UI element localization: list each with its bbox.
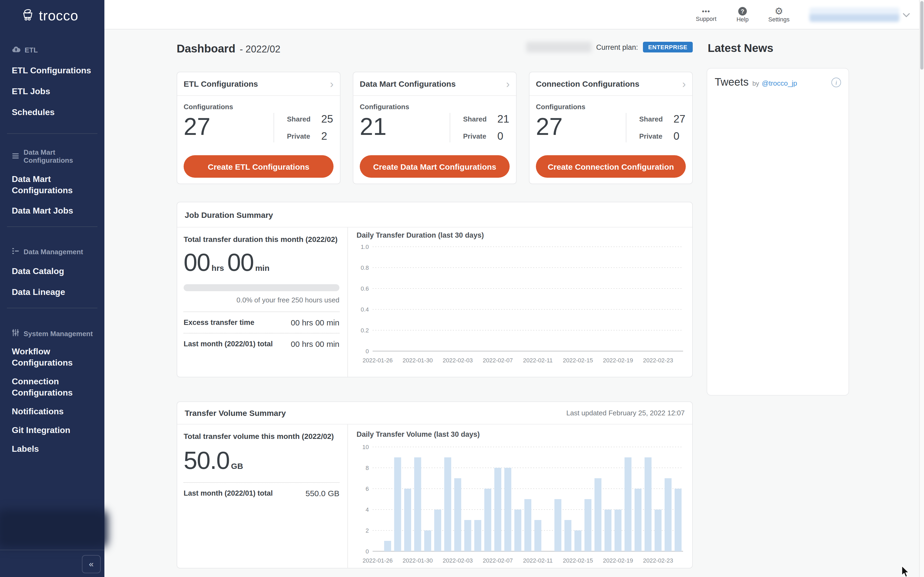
page-subtitle: - 2022/02 — [240, 44, 280, 55]
shared-value: 27 — [674, 113, 685, 125]
by-label: by — [752, 80, 759, 87]
svg-text:2022-02-07: 2022-02-07 — [483, 357, 513, 364]
svg-text:2022-02-11: 2022-02-11 — [523, 557, 553, 564]
sidebar-blurred-account — [0, 509, 108, 548]
svg-text:2022-01-26: 2022-01-26 — [363, 557, 393, 564]
sidebar-section-etl: ETL ETL Configurations ETL Jobs Schedule… — [0, 46, 105, 118]
shared-label: Shared — [639, 115, 665, 123]
chevron-right-icon[interactable]: › — [330, 78, 334, 89]
topbar: ••• Support ? Help ⚙ Settings — [105, 0, 924, 29]
create-connection-configuration-button[interactable]: Create Connection Configuration — [536, 155, 686, 178]
chevron-right-icon[interactable]: › — [682, 78, 686, 89]
current-plan-label: Current plan: — [596, 43, 638, 51]
job-duration-stats: Total transfer duration this month (2022… — [177, 227, 347, 377]
settings-button[interactable]: ⚙ Settings — [767, 7, 791, 22]
shared-value: 21 — [497, 113, 510, 125]
svg-text:0.8: 0.8 — [361, 264, 369, 271]
job-duration-body: Total transfer duration this month (2022… — [177, 227, 692, 377]
create-etl-configurations-button[interactable]: Create ETL Configurations — [184, 155, 334, 178]
gear-icon: ⚙ — [775, 7, 783, 15]
cloud-upload-icon — [12, 46, 20, 54]
support-button[interactable]: ••• Support — [694, 7, 718, 22]
svg-text:8: 8 — [366, 464, 369, 471]
help-label: Help — [736, 16, 748, 22]
sidebar-item-workflow-configurations[interactable]: Workflow Configurations — [0, 347, 105, 369]
page-header: Dashboard - 2022/02 Current plan: ENTERP… — [177, 42, 693, 58]
user-account-menu[interactable] — [810, 7, 910, 22]
sidebar-item-git-integration[interactable]: Git Integration — [0, 425, 105, 437]
svg-text:10: 10 — [363, 444, 369, 450]
data-mart-card-title: Data Mart Configurations — [360, 79, 456, 88]
duration-minutes: 00 — [227, 248, 253, 277]
excess-transfer-time-row: Excess transfer time 00 hrs 00 min — [184, 311, 339, 333]
svg-text:4: 4 — [366, 506, 369, 513]
sidebar-item-data-mart-jobs[interactable]: Data Mart Jobs — [0, 206, 105, 217]
page-title: Dashboard — [177, 42, 235, 55]
sliders-icon — [12, 329, 19, 338]
private-value: 0 — [674, 130, 679, 142]
trocco-cart-icon — [21, 8, 35, 24]
sidebar-item-data-mart-configurations[interactable]: Data Mart Configurations — [0, 174, 105, 197]
etl-card-header[interactable]: ETL Configurations › — [177, 72, 340, 96]
total-volume-value: 50.0 GB — [184, 446, 339, 475]
sidebar-section-label-system-management: System Management — [0, 329, 105, 338]
sidebar-section-label-data-mart: Data Mart Configurations — [0, 148, 105, 164]
list-icon — [12, 153, 19, 161]
etl-configurations-card: ETL Configurations › Configurations 27 S… — [177, 72, 340, 184]
svg-text:0: 0 — [366, 348, 369, 355]
trocco-jp-link[interactable]: @trocco_jp — [762, 79, 797, 87]
row-label: Last month (2022/01) total — [184, 489, 273, 497]
row-label: Excess transfer time — [184, 319, 254, 327]
logo[interactable]: trocco — [0, 0, 105, 24]
transfer-volume-stats: Total transfer volume this month (2022/0… — [177, 424, 347, 568]
connection-card-header[interactable]: Connection Configurations › — [529, 72, 692, 96]
duration-minutes-unit: min — [255, 263, 269, 272]
help-button[interactable]: ? Help — [730, 7, 755, 22]
transfer-volume-rows: Last month (2022/01) total 550.0 GB — [184, 482, 339, 504]
page-scrollbar — [919, 0, 924, 577]
svg-text:0.6: 0.6 — [361, 285, 369, 292]
data-mart-configurations-count: 21 — [360, 113, 450, 142]
sidebar-item-data-lineage[interactable]: Data Lineage — [0, 287, 105, 298]
duration-chart-title: Daily Transfer Duration (last 30 days) — [356, 231, 692, 240]
svg-text:0.4: 0.4 — [361, 306, 369, 313]
transfer-volume-body: Total transfer volume this month (2022/0… — [177, 424, 692, 568]
data-mart-shared-private: Shared21 Private0 — [450, 113, 510, 142]
data-mart-card-body: Configurations 21 Shared21 Private0 Crea… — [353, 96, 516, 184]
latest-news-title: Latest News — [708, 42, 849, 55]
scrollbar-thumb[interactable] — [920, 1, 924, 69]
last-month-duration-row: Last month (2022/01) total 00 hrs 00 min — [184, 333, 339, 355]
sidebar-item-etl-configurations[interactable]: ETL Configurations — [0, 65, 105, 77]
sidebar-collapse-button[interactable]: « — [82, 555, 101, 573]
etl-card-title: ETL Configurations — [184, 79, 258, 88]
mouse-cursor — [901, 565, 911, 577]
sidebar-item-schedules[interactable]: Schedules — [0, 107, 105, 118]
svg-text:2022-01-30: 2022-01-30 — [403, 557, 433, 564]
sidebar-item-notifications[interactable]: Notifications — [0, 406, 105, 417]
chevron-right-icon[interactable]: › — [506, 78, 510, 89]
data-tree-icon — [12, 248, 19, 256]
sidebar-item-data-catalog[interactable]: Data Catalog — [0, 266, 105, 277]
transfer-volume-summary-card: Transfer Volume Summary Last updated Feb… — [177, 401, 693, 569]
sidebar-divider — [7, 226, 97, 227]
total-duration-label: Total transfer duration this month (2022… — [184, 235, 339, 243]
etl-card-body: Configurations 27 Shared25 Private2 Crea… — [177, 96, 340, 184]
create-data-mart-configurations-button[interactable]: Create Data Mart Configurations — [360, 155, 510, 178]
sidebar-section-data-management: Data Management Data Catalog Data Lineag… — [0, 248, 105, 298]
sidebar-item-labels[interactable]: Labels — [0, 444, 105, 455]
data-mart-card-header[interactable]: Data Mart Configurations › — [353, 72, 516, 96]
etl-count-row: 27 Shared25 Private2 — [184, 113, 334, 142]
sidebar-item-etl-jobs[interactable]: ETL Jobs — [0, 86, 105, 97]
info-icon[interactable]: i — [831, 77, 841, 87]
volume-number: 50.0 — [184, 446, 229, 475]
private-label: Private — [639, 132, 665, 140]
app-root: trocco ETL ETL Configurations ETL Jobs S… — [0, 0, 924, 577]
configurations-label: Configurations — [360, 103, 510, 111]
sidebar-divider — [7, 134, 97, 134]
main-column: Dashboard - 2022/02 Current plan: ENTERP… — [177, 29, 693, 569]
svg-text:2022-02-19: 2022-02-19 — [603, 357, 633, 364]
duration-hours-unit: hrs — [211, 263, 224, 272]
sidebar: trocco ETL ETL Configurations ETL Jobs S… — [0, 0, 105, 577]
sidebar-item-connection-configurations[interactable]: Connection Configurations — [0, 376, 105, 398]
configurations-label: Configurations — [184, 103, 334, 111]
